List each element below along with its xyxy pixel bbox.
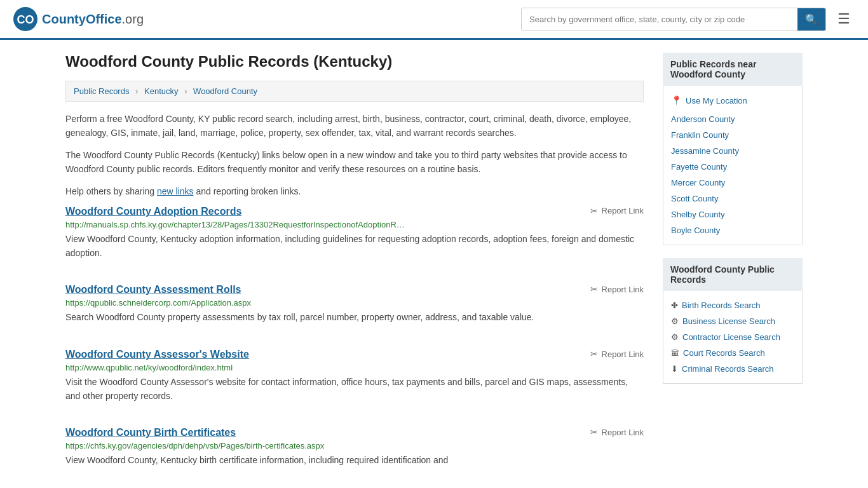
sidebar-county-link[interactable]: Franklin County — [671, 127, 794, 143]
sidebar-nearby-section: Public Records near Woodford County 📍 Us… — [663, 53, 803, 245]
report-link[interactable]: ✂ Report Link — [590, 206, 644, 216]
sidebar-record-icon: ⚙ — [671, 332, 679, 342]
sidebar-record-icon: ⚙ — [671, 316, 679, 326]
report-icon: ✂ — [590, 206, 598, 216]
record-url[interactable]: https://qpublic.schneidercorp.com/Applic… — [65, 298, 644, 308]
sidebar-record-label: Birth Records Search — [682, 301, 761, 310]
breadcrumb-sep-1: › — [135, 86, 138, 96]
use-location-label: Use My Location — [686, 96, 747, 105]
report-link[interactable]: ✂ Report Link — [590, 427, 644, 437]
sidebar-record-icon: 🏛 — [671, 348, 679, 358]
sidebar-record-link[interactable]: ⚙Contractor License Search — [671, 329, 794, 345]
record-title[interactable]: Woodford County Assessor's Website — [65, 349, 249, 360]
page-title: Woodford County Public Records (Kentucky… — [65, 53, 644, 71]
record-entry: Woodford County Assessor's Website ✂ Rep… — [65, 349, 644, 409]
sidebar-record-link[interactable]: 🏛Court Records Search — [671, 345, 794, 361]
record-entry: Woodford County Assessment Rolls ✂ Repor… — [65, 284, 644, 331]
sidebar-nearby-body: 📍 Use My Location Anderson CountyFrankli… — [663, 86, 803, 245]
record-desc: Search Woodford County property assessme… — [65, 311, 644, 325]
record-desc: View Woodford County, Kentucky birth cer… — [65, 454, 644, 468]
logo-icon: CO — [13, 6, 38, 32]
content-area: Woodford County Public Records (Kentucky… — [65, 53, 644, 488]
sidebar-county-link[interactable]: Scott County — [671, 191, 794, 207]
search-bar: 🔍 — [521, 8, 826, 31]
main-container: Woodford County Public Records (Kentucky… — [53, 40, 815, 488]
description-3: Help others by sharing new links and rep… — [65, 184, 644, 198]
sidebar-nearby-header: Public Records near Woodford County — [663, 53, 803, 86]
sidebar: Public Records near Woodford County 📍 Us… — [663, 53, 803, 488]
report-icon: ✂ — [590, 349, 598, 359]
record-title-row: Woodford County Assessment Rolls ✂ Repor… — [65, 284, 644, 295]
report-link[interactable]: ✂ Report Link — [590, 284, 644, 294]
sidebar-county-link[interactable]: Mercer County — [671, 175, 794, 191]
sidebar-record-icon: ⬇ — [671, 364, 678, 374]
record-entry: Woodford County Adoption Records ✂ Repor… — [65, 206, 644, 266]
sidebar-record-link[interactable]: ⬇Criminal Records Search — [671, 361, 794, 377]
report-link-label: Report Link — [602, 206, 644, 215]
use-location-link[interactable]: 📍 Use My Location — [671, 92, 794, 109]
menu-button[interactable]: ☰ — [832, 8, 855, 30]
record-desc: View Woodford County, Kentucky adoption … — [65, 233, 644, 260]
record-url[interactable]: http://manuals.sp.chfs.ky.gov/chapter13/… — [65, 220, 644, 229]
sidebar-records-body: ✤Birth Records Search⚙Business License S… — [663, 291, 803, 384]
report-link-label: Report Link — [602, 285, 644, 294]
record-title-row: Woodford County Assessor's Website ✂ Rep… — [65, 349, 644, 360]
record-entry: Woodford County Birth Certificates ✂ Rep… — [65, 427, 644, 474]
record-desc: Visit the Woodford County Assessor's web… — [65, 376, 644, 403]
description-1: Perform a free Woodford County, KY publi… — [65, 112, 644, 140]
description-2: The Woodford County Public Records (Kent… — [65, 148, 644, 177]
sidebar-record-label: Business License Search — [682, 316, 775, 326]
sidebar-record-link[interactable]: ✤Birth Records Search — [671, 297, 794, 313]
search-input[interactable] — [522, 10, 797, 29]
record-title-row: Woodford County Adoption Records ✂ Repor… — [65, 206, 644, 217]
sidebar-record-icon: ✤ — [671, 301, 678, 310]
logo-suffix: .org — [122, 12, 144, 26]
sidebar-record-label: Court Records Search — [683, 348, 765, 358]
report-icon: ✂ — [590, 284, 598, 294]
sidebar-county-link[interactable]: Jessamine County — [671, 143, 794, 159]
records-container: Woodford County Adoption Records ✂ Repor… — [65, 206, 644, 474]
new-links-link[interactable]: new links — [157, 186, 194, 196]
sidebar-records-header: Woodford County Public Records — [663, 258, 803, 291]
pin-icon: 📍 — [671, 95, 682, 105]
header-right: 🔍 ☰ — [521, 8, 855, 31]
report-link-label: Report Link — [602, 349, 644, 359]
sidebar-record-label: Contractor License Search — [682, 332, 780, 342]
report-link[interactable]: ✂ Report Link — [590, 349, 644, 359]
logo-text: CountyOffice.org — [42, 12, 144, 27]
sidebar-record-label: Criminal Records Search — [682, 364, 774, 374]
site-header: CO CountyOffice.org 🔍 ☰ — [0, 0, 868, 40]
records-links-container: ✤Birth Records Search⚙Business License S… — [671, 297, 794, 377]
svg-text:CO: CO — [17, 13, 34, 26]
sidebar-county-link[interactable]: Shelby County — [671, 207, 794, 222]
breadcrumb-link-kentucky[interactable]: Kentucky — [144, 86, 178, 96]
record-url[interactable]: https://chfs.ky.gov/agencies/dph/dehp/vs… — [65, 441, 644, 451]
record-title[interactable]: Woodford County Birth Certificates — [65, 427, 236, 438]
nearby-counties-container: Anderson CountyFranklin CountyJessamine … — [671, 111, 794, 238]
sidebar-county-link[interactable]: Anderson County — [671, 111, 794, 127]
search-button[interactable]: 🔍 — [797, 8, 825, 30]
sidebar-county-link[interactable]: Fayette County — [671, 159, 794, 175]
breadcrumb-link-woodford[interactable]: Woodford County — [193, 86, 257, 96]
report-icon: ✂ — [590, 427, 598, 437]
record-title-row: Woodford County Birth Certificates ✂ Rep… — [65, 427, 644, 438]
breadcrumb: Public Records › Kentucky › Woodford Cou… — [65, 81, 644, 102]
desc3-post: and reporting broken links. — [194, 186, 301, 196]
desc3-pre: Help others by sharing — [65, 186, 157, 196]
breadcrumb-sep-2: › — [184, 86, 187, 96]
record-title[interactable]: Woodford County Adoption Records — [65, 206, 241, 217]
record-title[interactable]: Woodford County Assessment Rolls — [65, 284, 241, 295]
breadcrumb-link-public-records[interactable]: Public Records — [74, 86, 129, 96]
report-link-label: Report Link — [602, 428, 644, 437]
logo[interactable]: CO CountyOffice.org — [13, 6, 144, 32]
record-url[interactable]: http://www.qpublic.net/ky/woodford/index… — [65, 363, 644, 372]
sidebar-records-section: Woodford County Public Records ✤Birth Re… — [663, 258, 803, 384]
sidebar-county-link[interactable]: Boyle County — [671, 222, 794, 238]
sidebar-record-link[interactable]: ⚙Business License Search — [671, 313, 794, 329]
